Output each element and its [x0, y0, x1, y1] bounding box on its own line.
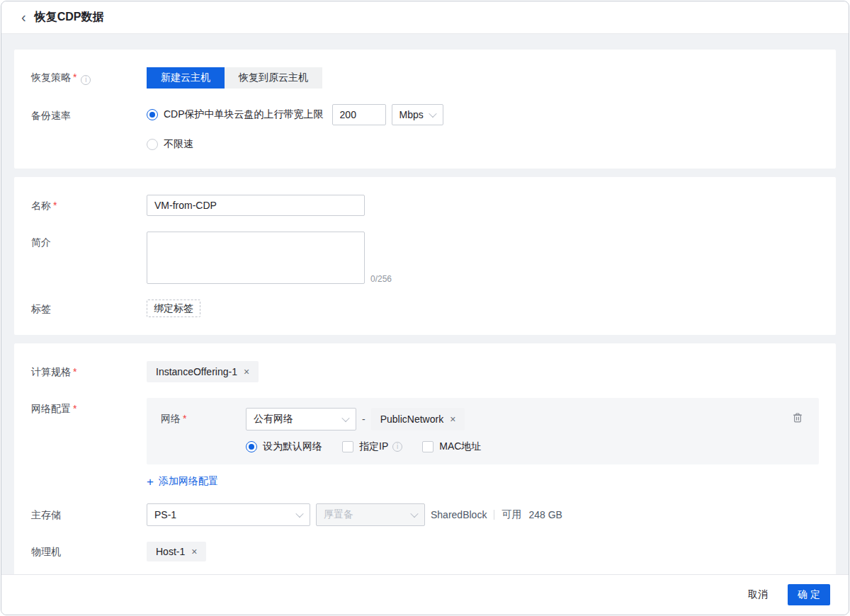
storage-info: SharedBlock 可用 248 GB [431, 508, 562, 521]
cancel-button[interactable]: 取消 [748, 588, 768, 601]
bind-tag-button[interactable]: 绑定标签 [147, 300, 200, 317]
network-field-label-text: 网络 [161, 413, 181, 424]
host-label: 物理机 [31, 545, 147, 558]
rate-label: 备份速率 [31, 104, 147, 122]
mac-address-option: MAC地址 [422, 440, 481, 453]
instance-offering-tag: InstanceOffering-1 × [147, 361, 259, 382]
primary-storage-label: 主存储 [31, 508, 147, 521]
name-label: 名称* [31, 199, 147, 212]
remove-icon[interactable]: × [191, 547, 197, 557]
mac-address-checkbox[interactable] [422, 441, 434, 452]
storage-available-label: 可用 [502, 508, 521, 521]
required-asterisk: * [183, 413, 186, 424]
dialog-footer: 取消 确 定 [1, 574, 849, 615]
name-label-text: 名称 [31, 200, 51, 211]
divider [494, 510, 494, 520]
plus-icon: + [147, 476, 154, 488]
primary-storage-select[interactable]: PS-1 [147, 503, 310, 526]
required-asterisk: * [73, 366, 76, 377]
separator-dash: - [362, 413, 366, 425]
trash-icon[interactable] [792, 412, 803, 423]
rate-limited-option: CDP保护中单块云盘的上行带宽上限 Mbps [147, 104, 819, 125]
default-network-option: 设为默认网络 [246, 440, 322, 453]
tag-label: 标签 [31, 302, 147, 315]
rate-unlimited-text: 不限速 [164, 138, 193, 151]
strategy-label-text: 恢复策略 [31, 72, 71, 83]
network-config-label: 网络配置* [31, 398, 147, 415]
description-textarea[interactable] [147, 232, 365, 284]
back-icon[interactable]: ‹ [21, 10, 26, 24]
storage-type: SharedBlock [431, 509, 487, 520]
chevron-down-icon [295, 510, 303, 518]
storage-available-value: 248 GB [528, 509, 562, 520]
network-config-panel: 网络* 公有网络 - PublicNetwork × [147, 398, 819, 464]
info-icon[interactable]: i [81, 75, 91, 85]
instance-offering-tag-text: InstanceOffering-1 [156, 366, 237, 377]
char-counter: 0/256 [370, 274, 392, 284]
public-network-tag: PublicNetwork × [371, 408, 465, 430]
name-input[interactable] [147, 195, 365, 216]
assign-ip-option: 指定IPi [342, 440, 402, 453]
rate-unlimited-option: 不限速 [147, 138, 819, 151]
network-field-label: 网络* [161, 413, 246, 426]
rate-unit-select[interactable]: Mbps [392, 104, 443, 125]
restore-cdp-dialog: ‹ 恢复CDP数据 恢复策略*i 新建云主机 恢复到原云主机 备份速率 [1, 1, 849, 615]
host-tag-text: Host-1 [156, 546, 185, 557]
basic-info-card: 名称* 简介 0/256 标签 绑定标签 [14, 177, 836, 335]
offering-label: 计算规格* [31, 365, 147, 378]
tab-restore-original-vm[interactable]: 恢复到原云主机 [225, 67, 322, 89]
strategy-segmented-control: 新建云主机 恢复到原云主机 [147, 67, 819, 89]
page-header: ‹ 恢复CDP数据 [1, 1, 849, 34]
remove-icon[interactable]: × [244, 367, 249, 377]
network-select[interactable]: 公有网络 [246, 408, 356, 430]
info-icon[interactable]: i [392, 442, 402, 452]
tab-new-vm[interactable]: 新建云主机 [147, 67, 225, 89]
offering-label-text: 计算规格 [31, 366, 71, 377]
network-select-value: 公有网络 [254, 413, 293, 426]
network-config-label-text: 网络配置 [31, 403, 71, 414]
default-network-text: 设为默认网络 [263, 440, 322, 453]
required-asterisk: * [53, 200, 57, 211]
add-network-config-link[interactable]: + 添加网络配置 [147, 475, 218, 488]
chevron-down-icon [410, 510, 418, 518]
rate-limited-text: CDP保护中单块云盘的上行带宽上限 [164, 108, 324, 121]
add-network-config-text: 添加网络配置 [159, 475, 218, 488]
provision-type-select: 厚置备 [316, 503, 425, 526]
mac-address-text: MAC地址 [439, 440, 481, 453]
description-label: 简介 [31, 232, 147, 249]
rate-unlimited-radio[interactable] [147, 139, 158, 150]
assign-ip-text: 指定IP [359, 440, 388, 453]
remove-icon[interactable]: × [450, 414, 455, 424]
public-network-tag-text: PublicNetwork [380, 413, 443, 425]
chevron-down-icon [341, 414, 349, 422]
primary-storage-value: PS-1 [154, 509, 176, 520]
page-title: 恢复CDP数据 [35, 10, 104, 25]
form-body: 恢复策略*i 新建云主机 恢复到原云主机 备份速率 CDP保护中单块云盘的上行带… [1, 34, 849, 579]
compute-config-card: 计算规格* InstanceOffering-1 × 网络配置* [14, 343, 836, 579]
default-network-radio[interactable] [246, 441, 257, 452]
chevron-down-icon [429, 110, 436, 118]
strategy-label: 恢复策略*i [31, 71, 147, 85]
confirm-button[interactable]: 确 定 [788, 584, 830, 605]
rate-unit-value: Mbps [400, 109, 424, 120]
assign-ip-checkbox[interactable] [342, 441, 353, 452]
required-asterisk: * [73, 72, 76, 83]
provision-type-value: 厚置备 [324, 508, 353, 521]
rate-limited-radio[interactable] [147, 109, 158, 120]
restore-strategy-card: 恢复策略*i 新建云主机 恢复到原云主机 备份速率 CDP保护中单块云盘的上行带… [14, 50, 836, 169]
host-tag: Host-1 × [147, 542, 206, 561]
required-asterisk: * [73, 403, 76, 414]
rate-value-input[interactable] [332, 104, 386, 125]
